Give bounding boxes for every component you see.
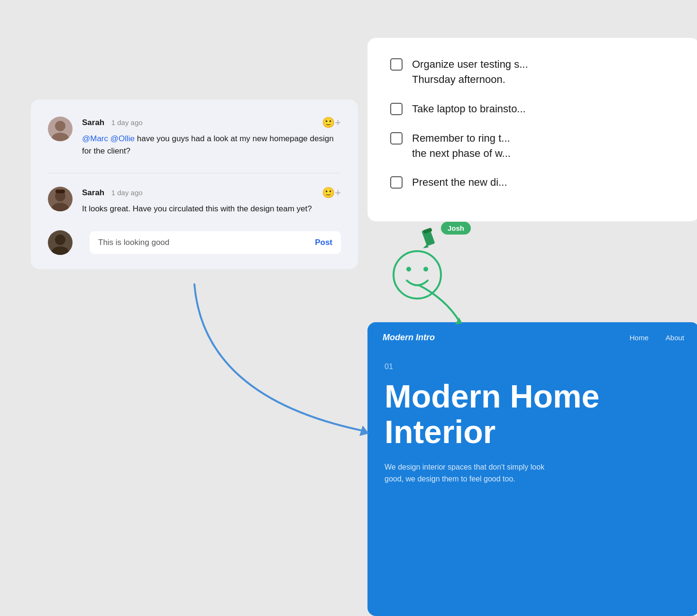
smiley-container xyxy=(389,246,446,305)
message-text-1: @Marc @Ollie have you guys had a look at… xyxy=(82,133,341,158)
website-nav-links: Home About xyxy=(630,334,684,342)
website-description: We design interior spaces that don't sim… xyxy=(385,461,565,485)
message-meta-2: Sarah 1 day ago xyxy=(82,188,143,198)
svg-point-3 xyxy=(52,203,69,211)
pencil-icon xyxy=(422,227,439,253)
checkbox-2[interactable] xyxy=(390,103,403,115)
message-text-2: It looks great. Have you circulated this… xyxy=(82,203,341,215)
comment-input-box[interactable]: This is looking good Post xyxy=(90,231,341,254)
input-row: This is looking good Post xyxy=(48,230,341,255)
avatar-user xyxy=(48,230,73,255)
message-author-2: Sarah xyxy=(82,188,104,197)
emoji-icon-2[interactable]: 🙂+ xyxy=(322,187,341,199)
chat-panel: Sarah 1 day ago 🙂+ @Marc @Ollie have you… xyxy=(31,100,358,269)
svg-point-5 xyxy=(55,235,65,245)
nav-link-home[interactable]: Home xyxy=(630,334,649,342)
message-header-2: Sarah 1 day ago 🙂+ xyxy=(82,187,341,199)
message-time-1: 1 day ago xyxy=(111,118,143,127)
checklist-item-2: Take laptop to brainsto... xyxy=(390,101,677,117)
checklist-panel: Organize user testing s...Thursday after… xyxy=(367,38,697,221)
website-logo: Modern Intro xyxy=(383,333,435,343)
avatar-sarah-1 xyxy=(48,117,73,141)
checklist-item-3: Remember to ring t...the next phase of w… xyxy=(390,131,677,161)
svg-point-1 xyxy=(52,133,69,141)
avatar-sarah-2 xyxy=(48,187,73,211)
checklist-text-3: Remember to ring t...the next phase of w… xyxy=(412,131,511,161)
checklist-text-2: Take laptop to brainsto... xyxy=(412,101,526,117)
message-content-2: Sarah 1 day ago 🙂+ It looks great. Have … xyxy=(82,187,341,215)
svg-marker-13 xyxy=(455,317,462,325)
checklist-text-1: Organize user testing s...Thursday after… xyxy=(412,57,528,87)
mention-1: @Marc @Ollie xyxy=(82,134,135,143)
svg-rect-4 xyxy=(55,190,65,193)
website-content: 01 Modern Home Interior We design interi… xyxy=(367,353,697,502)
emoji-icon-1[interactable]: 🙂+ xyxy=(322,117,341,129)
post-button[interactable]: Post xyxy=(315,238,332,247)
message-header-1: Sarah 1 day ago 🙂+ xyxy=(82,117,341,129)
svg-point-12 xyxy=(423,267,428,272)
checkbox-1[interactable] xyxy=(390,58,403,71)
svg-point-0 xyxy=(55,121,65,131)
website-title: Modern Home Interior xyxy=(385,379,682,450)
checklist-text-4: Present the new di... xyxy=(412,175,507,190)
chat-message-2: Sarah 1 day ago 🙂+ It looks great. Have … xyxy=(48,187,341,215)
checklist-item-4: Present the new di... xyxy=(390,175,677,190)
message-divider xyxy=(48,173,341,173)
comment-input-text: This is looking good xyxy=(98,238,169,247)
svg-point-11 xyxy=(406,267,411,272)
website-preview: Modern Intro Home About 01 Modern Home I… xyxy=(367,322,697,616)
checkbox-4[interactable] xyxy=(390,176,403,189)
svg-point-6 xyxy=(52,246,69,255)
blue-arrow-curve xyxy=(166,280,384,471)
message-author-1: Sarah xyxy=(82,118,104,127)
checklist-item-1: Organize user testing s...Thursday after… xyxy=(390,57,677,87)
website-number: 01 xyxy=(385,362,682,371)
message-time-2: 1 day ago xyxy=(111,189,143,197)
chat-message-1: Sarah 1 day ago 🙂+ @Marc @Ollie have you… xyxy=(48,117,341,158)
josh-tag: Josh xyxy=(441,222,471,235)
message-content-1: Sarah 1 day ago 🙂+ @Marc @Ollie have you… xyxy=(82,117,341,158)
message-meta-1: Sarah 1 day ago xyxy=(82,118,143,127)
checkbox-3[interactable] xyxy=(390,132,403,145)
nav-link-about[interactable]: About xyxy=(666,334,684,342)
